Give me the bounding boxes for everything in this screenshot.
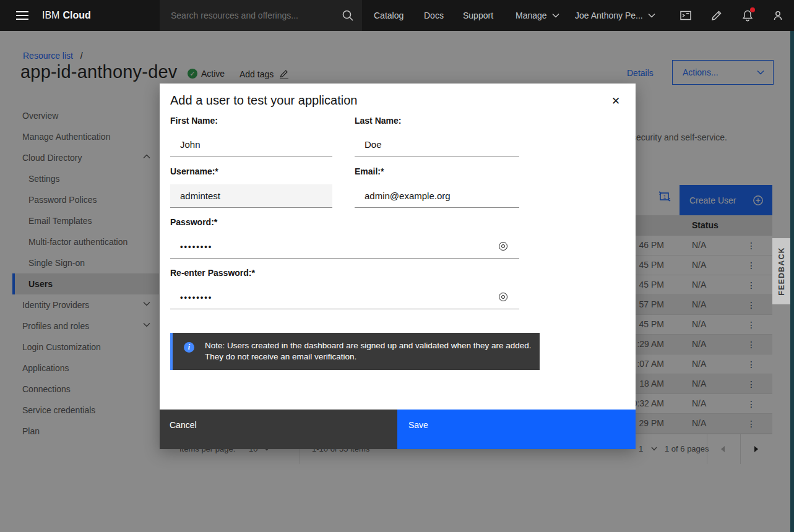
nav-docs[interactable]: Docs xyxy=(424,0,444,31)
ibm-cloud-logo[interactable]: IBM Cloud xyxy=(42,0,91,31)
global-search xyxy=(160,0,362,31)
feedback-tab[interactable]: FEEDBACK xyxy=(772,238,790,304)
info-icon: i xyxy=(184,342,194,353)
nav-account-menu[interactable]: Joe Anthony Pe... xyxy=(575,0,655,31)
search-icon[interactable] xyxy=(341,9,355,22)
show-password-icon[interactable] xyxy=(496,239,510,253)
reenter-password-label: Re-enter Password:* xyxy=(170,268,519,278)
note-notification: i Note: Users created in the dashboard a… xyxy=(170,333,540,370)
reenter-password-field[interactable] xyxy=(170,286,519,309)
edit-pencil-icon[interactable] xyxy=(704,0,729,31)
username-field[interactable] xyxy=(170,184,332,208)
window-console-icon[interactable] xyxy=(673,0,698,31)
username-label: Username:* xyxy=(170,166,332,176)
nav-catalog[interactable]: Catalog xyxy=(374,0,403,31)
last-name-label: Last Name: xyxy=(355,116,519,126)
app-id-console-page: IBM Cloud Catalog Docs Support Manage Jo… xyxy=(0,0,794,532)
brand-prefix: IBM xyxy=(42,10,59,21)
search-input[interactable] xyxy=(160,0,362,31)
password-field[interactable] xyxy=(170,235,519,259)
brand-name: Cloud xyxy=(63,10,90,21)
chevron-down-icon xyxy=(552,13,559,18)
nav-manage[interactable]: Manage xyxy=(516,0,559,31)
notification-badge-dot xyxy=(750,7,755,12)
first-name-label: First Name: xyxy=(170,116,332,126)
chevron-down-icon xyxy=(648,13,655,18)
add-user-modal: Add a user to test your application ✕ Fi… xyxy=(160,84,636,449)
password-label: Password:* xyxy=(170,217,519,227)
show-reenter-password-icon[interactable] xyxy=(496,290,510,304)
notifications-bell-icon[interactable] xyxy=(735,0,760,31)
email-field[interactable] xyxy=(355,184,519,208)
email-label: Email:* xyxy=(355,166,519,176)
first-name-field[interactable] xyxy=(170,133,332,157)
top-header-bar: IBM Cloud Catalog Docs Support Manage Jo… xyxy=(0,0,794,31)
user-avatar-icon[interactable] xyxy=(766,0,790,31)
save-button[interactable]: Save xyxy=(397,410,636,449)
note-text: Note: Users created in the dashboard are… xyxy=(205,340,542,363)
close-icon[interactable]: ✕ xyxy=(606,91,626,111)
last-name-field[interactable] xyxy=(355,133,519,157)
hamburger-menu-icon[interactable] xyxy=(9,0,36,31)
right-edge-strip xyxy=(790,31,794,532)
modal-footer: Cancel Save xyxy=(160,410,636,449)
nav-support[interactable]: Support xyxy=(463,0,493,31)
modal-title: Add a user to test your application xyxy=(170,93,357,108)
cancel-button[interactable]: Cancel xyxy=(160,410,397,449)
